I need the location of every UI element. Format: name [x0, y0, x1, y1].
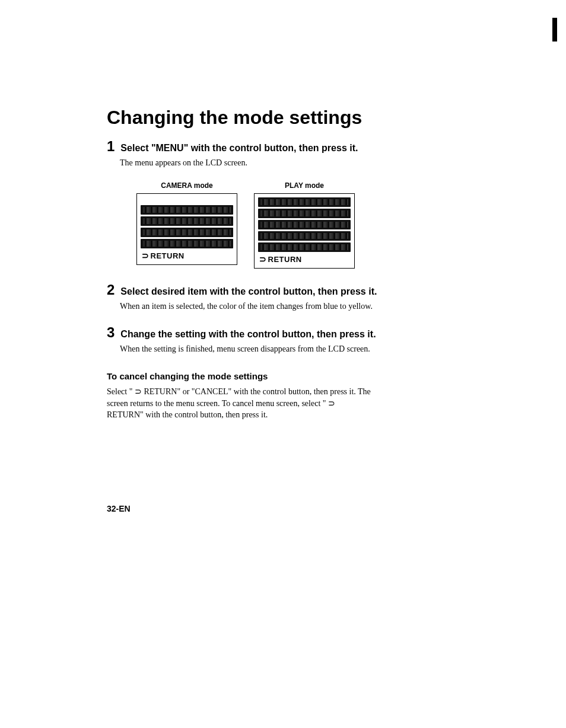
menu-row — [141, 239, 233, 248]
step-title: Change the setting with the control butt… — [120, 328, 376, 341]
menu-row — [141, 205, 233, 215]
menu-row-text — [143, 241, 231, 247]
return-row: ⊃ RETURN — [258, 254, 351, 264]
step-body: The menu appears on the LCD screen. — [120, 157, 387, 169]
menu-screenshots: CAMERA mode ⊃ RETURN PLAY mode — [136, 181, 513, 269]
page-title: Changing the mode settings — [107, 107, 513, 129]
step-3: 3 Change the setting with the control bu… — [107, 325, 513, 355]
menu-row — [258, 220, 351, 229]
camera-mode-screen: ⊃ RETURN — [136, 193, 237, 265]
step-body: When the setting is finished, menu scree… — [120, 343, 387, 355]
cancel-title: To cancel changing the mode settings — [107, 371, 513, 381]
menu-row-text — [260, 244, 348, 250]
step-body: When an item is selected, the color of t… — [120, 301, 387, 312]
menu-row — [141, 228, 233, 237]
step-2: 2 Select desired item with the control b… — [107, 283, 513, 312]
step-head: 3 Change the setting with the control bu… — [107, 325, 513, 341]
menu-row — [141, 216, 233, 226]
cancel-section: To cancel changing the mode settings Sel… — [107, 371, 513, 421]
menu-row-text — [260, 210, 348, 216]
menu-row-text — [143, 207, 231, 213]
menu-row-text — [143, 218, 231, 224]
return-icon: ⊃ — [259, 254, 267, 264]
camera-mode-column: CAMERA mode ⊃ RETURN — [136, 181, 237, 269]
camera-mode-label: CAMERA mode — [161, 181, 213, 190]
menu-row-text — [260, 199, 348, 205]
step-number: 2 — [107, 283, 115, 297]
menu-row-text — [260, 222, 348, 228]
menu-row — [258, 209, 351, 218]
menu-row-text — [260, 233, 348, 239]
step-title: Select desired item with the control but… — [120, 286, 377, 298]
play-mode-screen: ⊃ RETURN — [254, 193, 355, 269]
step-1: 1 Select "MENU" with the control button,… — [107, 139, 513, 168]
step-head: 2 Select desired item with the control b… — [107, 283, 513, 298]
manual-page: Changing the mode settings 1 Select "MEN… — [0, 0, 566, 537]
step-number: 1 — [107, 139, 115, 154]
return-label: RETURN — [151, 251, 185, 260]
menu-row-text — [143, 229, 231, 235]
page-number: 32-EN — [107, 504, 513, 513]
cancel-body: Select " ⊃ RETURN" or "CANCEL" with the … — [107, 386, 374, 421]
step-head: 1 Select "MENU" with the control button,… — [107, 139, 513, 155]
menu-row — [258, 197, 351, 207]
return-icon: ⊃ — [142, 251, 150, 260]
return-row: ⊃ RETURN — [141, 250, 233, 261]
step-title: Select "MENU" with the control button, t… — [120, 142, 358, 155]
menu-row — [258, 231, 351, 241]
menu-row — [258, 242, 351, 252]
return-label: RETURN — [268, 255, 302, 264]
play-mode-label: PLAY mode — [285, 181, 324, 190]
menu-row-blank — [141, 197, 233, 203]
play-mode-column: PLAY mode ⊃ RETURN — [254, 181, 355, 269]
step-number: 3 — [107, 325, 115, 340]
